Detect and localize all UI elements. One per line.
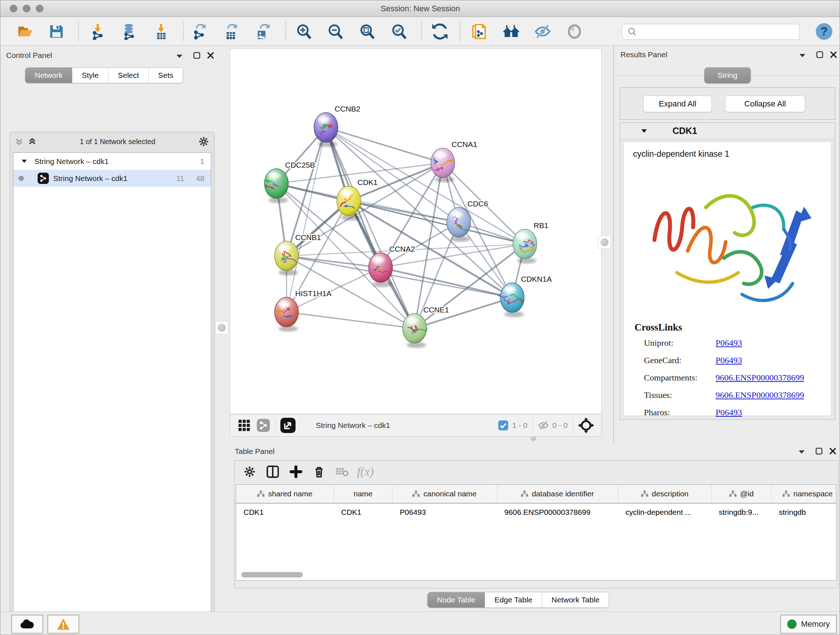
- refresh-icon[interactable]: [431, 22, 449, 41]
- share-document-icon[interactable]: [471, 22, 489, 41]
- open-session-icon[interactable]: [16, 22, 34, 41]
- table-row[interactable]: CDK1CDK1P064939606.ENSP00000378699cyclin…: [236, 504, 836, 521]
- zoom-selected-icon[interactable]: [390, 22, 409, 41]
- tab-node-table[interactable]: Node Table: [428, 592, 485, 608]
- left-splitter-grip[interactable]: [215, 321, 228, 334]
- expand-all-icon[interactable]: [27, 137, 37, 146]
- network-edge[interactable]: [286, 312, 415, 328]
- expand-all-button[interactable]: Expand All: [643, 96, 712, 112]
- column-header-description[interactable]: description: [618, 485, 712, 503]
- column-header-database-identifier[interactable]: database identifier: [497, 485, 618, 503]
- network-node-HIST1H1A[interactable]: HIST1H1A: [275, 289, 332, 332]
- column-header--id[interactable]: @id: [712, 485, 772, 503]
- zoom-in-icon[interactable]: [295, 22, 313, 41]
- network-node-CDC6[interactable]: CDC6: [447, 200, 488, 242]
- memory-button[interactable]: Memory: [780, 615, 837, 633]
- table-cell[interactable]: cyclin-dependent ...: [618, 504, 712, 521]
- birds-eye-view-icon[interactable]: [578, 417, 594, 433]
- crosslink-link[interactable]: 9606.ENSP00000378699: [715, 373, 804, 383]
- results-panel-close-icon[interactable]: [829, 50, 838, 59]
- home-icon[interactable]: [502, 22, 521, 41]
- import-database-icon[interactable]: [120, 22, 138, 41]
- network-node-CCNB2[interactable]: CCNB2: [314, 105, 360, 147]
- column-header-namespace[interactable]: namespace: [772, 485, 836, 503]
- network-edge[interactable]: [286, 256, 381, 268]
- hide-unhide-icon[interactable]: [534, 22, 552, 41]
- network-tree-child-row[interactable]: String Network – cdk1 11 48: [13, 170, 211, 187]
- column-header-shared-name[interactable]: shared name: [236, 485, 334, 503]
- network-edge[interactable]: [326, 127, 415, 328]
- crosslink-link[interactable]: P06493: [715, 408, 742, 417]
- table-cell[interactable]: P06493: [393, 504, 497, 521]
- table-cell[interactable]: 9606.ENSP00000378699: [497, 504, 618, 521]
- function-builder-icon[interactable]: f(x): [354, 465, 377, 478]
- delete-table-icon[interactable]: [331, 465, 354, 478]
- network-node-RB1[interactable]: RB1: [513, 221, 548, 264]
- tab-style[interactable]: Style: [73, 68, 109, 83]
- control-panel-menu-icon[interactable]: [175, 51, 184, 61]
- detach-view-icon[interactable]: [280, 418, 295, 433]
- add-column-icon[interactable]: [284, 465, 308, 478]
- tab-network[interactable]: Network: [25, 68, 73, 83]
- zoom-fit-icon[interactable]: [358, 22, 377, 41]
- tab-network-table[interactable]: Network Table: [542, 592, 609, 608]
- crosslink-link[interactable]: P06493: [715, 356, 742, 365]
- network-edge[interactable]: [326, 127, 443, 163]
- horizontal-scrollbar-thumb[interactable]: [241, 572, 303, 578]
- table-panel-menu-icon[interactable]: [797, 447, 806, 456]
- selected-checkbox-icon[interactable]: [498, 420, 508, 431]
- string-network-graph[interactable]: CCNB2CCNA1CDC25BCDK1CDC6RB1CCNB1CCNA2CDK…: [230, 49, 601, 414]
- tab-sets[interactable]: Sets: [149, 68, 183, 83]
- import-network-icon[interactable]: [89, 22, 107, 41]
- table-panel-close-icon[interactable]: [828, 447, 837, 456]
- network-options-gear-icon[interactable]: [198, 136, 209, 147]
- control-panel-float-icon[interactable]: [192, 51, 202, 60]
- table-gear-icon[interactable]: [238, 466, 261, 478]
- column-header-canonical-name[interactable]: canonical name: [393, 485, 497, 503]
- export-network-icon[interactable]: [190, 22, 208, 41]
- column-header-name[interactable]: name: [334, 485, 393, 503]
- import-table-icon[interactable]: [152, 22, 171, 41]
- network-tree-root-row[interactable]: String Network – cdk1 1: [13, 153, 211, 170]
- cloud-status-button[interactable]: [11, 615, 43, 633]
- network-node-CCNA1[interactable]: CCNA1: [431, 140, 477, 182]
- network-edge[interactable]: [286, 127, 326, 312]
- results-panel-menu-icon[interactable]: [798, 51, 807, 60]
- show-columns-icon[interactable]: [261, 465, 284, 478]
- delete-column-icon[interactable]: [308, 466, 331, 478]
- table-cell[interactable]: CDK1: [334, 504, 393, 521]
- hidden-eye-icon[interactable]: [538, 420, 549, 431]
- collapse-all-button[interactable]: Collapse All: [725, 96, 805, 112]
- gene-expander-icon[interactable]: [641, 129, 647, 133]
- search-input[interactable]: [622, 24, 800, 40]
- save-session-icon[interactable]: [47, 22, 65, 41]
- tab-edge-table[interactable]: Edge Table: [485, 592, 542, 608]
- show-eye-icon[interactable]: [565, 22, 584, 41]
- crosslink-link[interactable]: 9606.ENSP00000378699: [715, 390, 804, 400]
- network-edge[interactable]: [326, 127, 525, 244]
- export-table-icon[interactable]: [222, 22, 240, 41]
- grid-view-icon[interactable]: [238, 419, 250, 432]
- tab-select[interactable]: Select: [109, 68, 149, 83]
- network-share-icon[interactable]: [257, 419, 270, 432]
- results-panel-float-icon[interactable]: [815, 50, 824, 59]
- tree-expander-icon[interactable]: [21, 159, 27, 163]
- table-panel-float-icon[interactable]: [814, 447, 824, 456]
- table-cell[interactable]: stringdb:9...: [712, 504, 772, 521]
- zoom-out-icon[interactable]: [327, 22, 345, 41]
- warning-status-button[interactable]: [47, 615, 79, 633]
- export-image-icon[interactable]: [254, 22, 272, 41]
- right-splitter-grip[interactable]: [598, 236, 611, 249]
- table-cell[interactable]: stringdb: [772, 504, 836, 521]
- collapse-all-icon[interactable]: [14, 137, 24, 146]
- network-node-CDKN1A[interactable]: CDKN1A: [498, 275, 552, 317]
- network-node-CCNE1[interactable]: CCNE1: [403, 306, 449, 348]
- network-edge[interactable]: [381, 268, 512, 298]
- crosslink-link[interactable]: P06493: [715, 338, 742, 348]
- network-canvas[interactable]: CCNB2CCNA1CDC25BCDK1CDC6RB1CCNB1CCNA2CDK…: [230, 49, 602, 414]
- table-cell[interactable]: CDK1: [236, 504, 334, 521]
- help-icon[interactable]: ?: [815, 22, 833, 41]
- gene-section-header[interactable]: CDK1: [620, 123, 835, 139]
- control-panel-close-icon[interactable]: [206, 51, 215, 60]
- tab-string[interactable]: String: [704, 67, 751, 83]
